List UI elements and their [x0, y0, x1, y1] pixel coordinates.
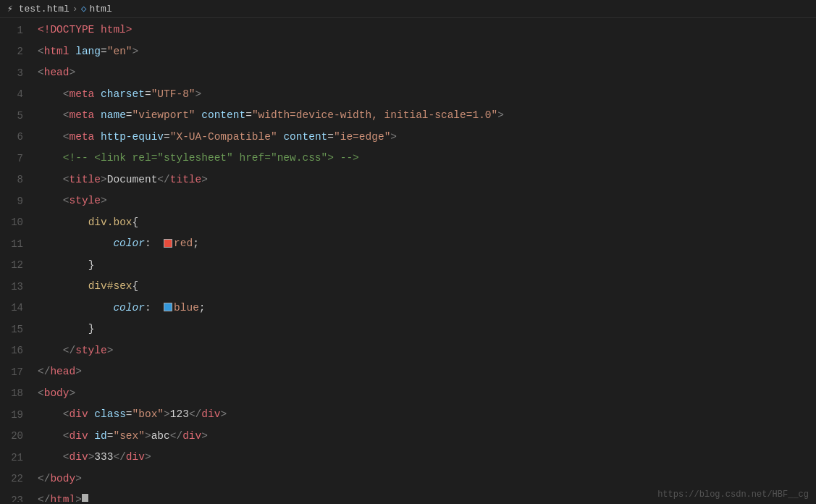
token-c-white: = — [126, 404, 133, 426]
token-c-white — [88, 404, 95, 426]
token-c-punct: : — [145, 298, 164, 319]
token-c-punct: ; — [199, 298, 206, 319]
code-line: div#sex{ — [38, 276, 816, 298]
token-c-tag: </ — [157, 169, 169, 191]
token-c-elem: body — [44, 383, 70, 405]
token-c-tag: </ — [38, 490, 50, 502]
token-c-white: = — [164, 127, 170, 148]
token-c-elem: html — [50, 490, 75, 502]
watermark: https://blog.csdn.net/HBF__cg — [657, 490, 809, 500]
line-number: 14 — [7, 298, 23, 319]
token-c-tag: < — [63, 190, 70, 212]
line-number: 12 — [7, 255, 23, 277]
token-c-elem: meta — [70, 84, 95, 106]
token-c-tag: < — [63, 127, 70, 148]
token-c-tag: > — [201, 169, 208, 191]
token-c-val: "en" — [107, 41, 133, 63]
token-c-attr: http-equiv — [101, 127, 164, 148]
token-c-tag: > — [145, 426, 151, 448]
token-c-css-sel: div.box — [88, 212, 133, 234]
token-c-white: 123 — [170, 404, 189, 426]
token-c-tag: > — [88, 447, 95, 469]
code-line: color: blue; — [38, 298, 816, 319]
breadcrumb-icon: ◇ — [81, 3, 87, 14]
cursor — [82, 494, 88, 502]
token-c-tag: </ — [189, 404, 201, 426]
token-c-tag: > — [107, 340, 114, 362]
code-line: <head> — [38, 62, 816, 84]
token-c-css-val: red — [174, 233, 193, 255]
token-c-val: "box" — [133, 404, 164, 426]
token-c-punct: } — [88, 319, 95, 340]
token-c-elem: meta — [70, 105, 95, 127]
code-area[interactable]: <!DOCTYPE html><html lang="en"><head> <m… — [35, 18, 816, 502]
line-number: 5 — [7, 105, 23, 127]
line-number: 8 — [7, 169, 23, 191]
token-c-tag: > — [220, 404, 227, 426]
token-c-tag: < — [63, 169, 70, 191]
code-line: } — [38, 255, 816, 277]
token-c-css-sel: div#sex — [88, 276, 133, 298]
line-number: 9 — [7, 190, 23, 212]
token-c-tag: > — [201, 426, 208, 448]
line-number: 6 — [7, 127, 23, 148]
code-line: div.box{ — [38, 212, 816, 234]
breadcrumb: ⚡ test.html › ◇ html — [0, 0, 816, 18]
code-line: </body> — [38, 469, 816, 490]
token-c-white: = — [107, 426, 114, 448]
token-c-white: = — [101, 41, 107, 63]
color-swatch-red — [164, 239, 172, 248]
token-c-white: = — [245, 105, 252, 127]
token-c-tag: < — [38, 62, 44, 84]
token-c-white — [94, 127, 101, 148]
token-c-white — [195, 105, 202, 127]
token-c-elem: style — [70, 190, 101, 212]
code-line: <!-- <link rel="stylesheet" href="new.cs… — [38, 148, 816, 169]
code-line: } — [38, 319, 816, 340]
token-c-tag: < — [63, 84, 70, 106]
token-c-tag: </ — [38, 469, 50, 490]
line-number: 13 — [7, 276, 23, 298]
line-number: 16 — [7, 340, 23, 362]
token-c-css-val: blue — [174, 298, 199, 319]
token-c-css-prop: color — [113, 298, 145, 319]
code-line: </style> — [38, 340, 816, 362]
token-c-tag: < — [63, 447, 70, 469]
line-number: 11 — [7, 233, 23, 255]
token-c-tag: > — [75, 490, 82, 502]
line-number: 23 — [7, 490, 23, 502]
breadcrumb-tag: html — [89, 4, 112, 14]
code-line: <body> — [38, 383, 816, 405]
token-c-tag: > — [195, 84, 202, 106]
token-c-white: abc — [151, 426, 170, 448]
token-c-tag: > — [75, 361, 82, 383]
code-line: <div id="sex">abc</div> — [38, 426, 816, 448]
line-number: 20 — [7, 426, 23, 448]
token-c-elem: div — [70, 404, 88, 426]
token-c-white — [94, 84, 101, 106]
token-c-tag: < — [63, 426, 70, 448]
token-c-tag: > — [145, 447, 151, 469]
token-c-val: "X-UA-Compatible" — [170, 127, 277, 148]
token-c-elem: style — [75, 340, 107, 362]
token-c-white — [277, 127, 284, 148]
token-c-attr: lang — [75, 41, 101, 63]
token-c-punct: : — [145, 233, 164, 255]
token-c-elem: title — [70, 169, 101, 191]
line-numbers: 1234567891011121314151617181920212223 — [0, 18, 35, 502]
code-line: <title>Document</title> — [38, 169, 816, 191]
token-c-white: = — [126, 105, 133, 127]
token-c-attr: content — [201, 105, 245, 127]
line-number: 7 — [7, 148, 23, 169]
token-c-punct: { — [133, 212, 139, 234]
token-c-tag: </ — [170, 426, 182, 448]
line-number: 18 — [7, 383, 23, 405]
token-c-tag: > — [497, 105, 504, 127]
token-c-elem: title — [170, 169, 202, 191]
token-c-tag: > — [75, 469, 82, 490]
token-c-elem: div — [182, 426, 201, 448]
code-line: <meta name="viewport" content="width=dev… — [38, 105, 816, 127]
token-c-punct: { — [133, 276, 139, 298]
token-c-attr: id — [94, 426, 106, 448]
token-c-tag: > — [390, 127, 397, 148]
